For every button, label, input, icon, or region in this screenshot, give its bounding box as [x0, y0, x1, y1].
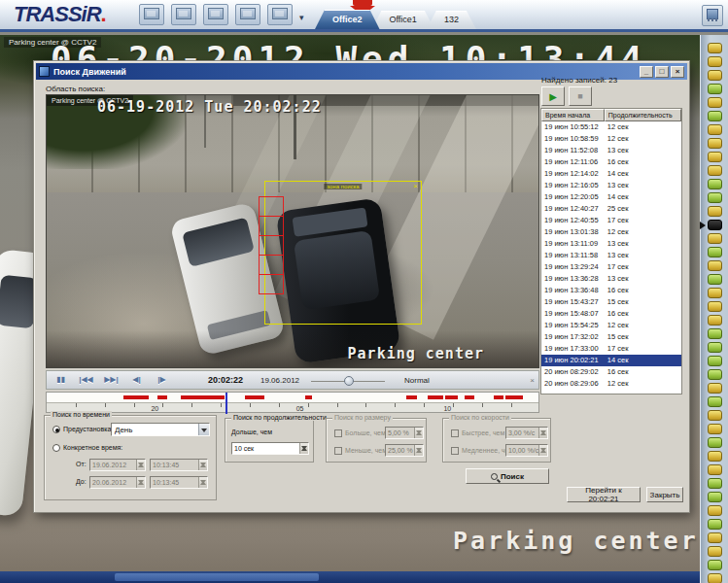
timeline-motion-segment[interactable] [305, 395, 312, 399]
camera-tile-icon[interactable] [708, 192, 722, 203]
play-result-button[interactable]: ▶ [541, 86, 565, 106]
camera-tile-icon[interactable] [708, 138, 722, 149]
camera-tile-icon[interactable] [708, 152, 722, 162]
camera-tile-icon[interactable] [708, 247, 722, 257]
table-row[interactable]: 19 июн 17:33:0017 сек [541, 343, 681, 355]
camera-tile-icon[interactable] [708, 111, 722, 121]
tab-132[interactable]: 132 [427, 11, 476, 29]
timeline-motion-segment[interactable] [428, 395, 444, 399]
table-row[interactable]: 19 июн 12:16:0513 сек [541, 180, 681, 191]
camera-tile-icon[interactable] [708, 328, 722, 339]
table-row[interactable]: 19 июн 15:43:2715 сек [541, 296, 681, 308]
combo-dropdown-icon[interactable] [198, 424, 209, 435]
camera-tile-icon[interactable] [708, 97, 722, 108]
taskbar-segment[interactable] [115, 573, 319, 581]
table-row[interactable]: 20 июн 08:29:0612 сек [541, 378, 681, 390]
timeline-motion-segment[interactable] [465, 395, 474, 399]
tab-office1[interactable]: Office1 [372, 11, 434, 29]
camera-tile-icon[interactable] [708, 315, 722, 326]
table-row[interactable]: 19 июн 13:11:5813 сек [541, 250, 681, 261]
camera-tile-icon[interactable] [708, 369, 722, 380]
stop-result-button[interactable]: ■ [569, 86, 592, 106]
camera-tile-icon[interactable] [708, 546, 722, 557]
preset-radio[interactable] [52, 426, 60, 433]
camera-tile-icon[interactable] [708, 342, 722, 353]
timeline-motion-segment[interactable] [505, 395, 523, 399]
timeline-strip[interactable] [47, 393, 538, 402]
close-dialog-button[interactable]: Закрыть [646, 487, 683, 502]
camera-tile-icon[interactable] [708, 492, 722, 502]
timeline-motion-segment[interactable] [157, 395, 167, 399]
screens-grid-icon[interactable] [139, 4, 164, 25]
jump-end-button[interactable]: ▶▶| [100, 372, 122, 388]
table-row[interactable]: 19 июн 13:36:4816 сек [541, 285, 681, 296]
camera-tile-icon[interactable] [708, 84, 722, 94]
template-settings-icon[interactable] [267, 4, 293, 25]
table-row[interactable]: 19 июн 15:48:0716 сек [541, 308, 681, 320]
minimize-button[interactable]: _ [640, 66, 653, 78]
column-start-time[interactable]: Время начала [541, 109, 605, 121]
step-back-button[interactable]: ◀| [125, 372, 148, 388]
camera-tile-icon[interactable] [708, 206, 722, 217]
table-row[interactable]: 19 июн 17:32:0215 сек [541, 331, 681, 343]
motion-grid-cells[interactable] [259, 196, 284, 293]
speed-slider[interactable] [311, 373, 385, 389]
video-preview[interactable]: зона поиска × Parking center @ CCTV2 06-… [46, 94, 539, 368]
camera-tile-icon[interactable] [708, 165, 722, 176]
timeline-motion-segment[interactable] [445, 395, 457, 399]
camera-tile-icon[interactable] [708, 437, 722, 448]
maximize-button[interactable]: □ [655, 66, 669, 78]
archive-timeline[interactable]: 200510 [46, 392, 539, 413]
timeline-motion-segment[interactable] [245, 395, 264, 399]
timeline-cursor[interactable] [225, 393, 227, 414]
speed-slider-knob[interactable] [344, 376, 354, 386]
close-window-button[interactable]: × [671, 66, 684, 78]
camera-tile-icon[interactable] [708, 56, 722, 67]
search-button[interactable]: Поиск [466, 468, 549, 484]
camera-tile-icon[interactable] [708, 532, 722, 543]
table-row[interactable]: 19 июн 11:52:0813 сек [541, 145, 681, 156]
jump-start-button[interactable]: |◀◀ [75, 372, 97, 388]
table-row[interactable]: 19 июн 12:40:2725 сек [541, 203, 681, 215]
camera-tile-icon[interactable] [708, 43, 722, 53]
dropdown-caret-icon[interactable]: ▾ [299, 7, 304, 22]
duration-field[interactable]: 10 сек [231, 442, 309, 455]
camera-tile-icon[interactable] [708, 573, 722, 583]
motion-search-zone[interactable]: зона поиска × [264, 181, 422, 325]
camera-tile-icon[interactable] [708, 274, 722, 285]
table-row[interactable]: 19 июн 12:40:5517 сек [541, 215, 681, 226]
pause-button[interactable]: ▮▮ [50, 372, 72, 388]
table-row[interactable]: 19 июн 10:55:1212 сек [541, 121, 681, 133]
step-forward-button[interactable]: |▶ [151, 372, 173, 388]
column-duration[interactable]: Продолжительность [605, 109, 681, 121]
camera-tile-icon[interactable] [708, 505, 722, 516]
camera-tile-icon[interactable] [708, 301, 722, 312]
camera-tile-icon[interactable] [708, 560, 722, 570]
archive-view-icon[interactable] [235, 4, 260, 25]
table-row[interactable]: 19 июн 12:11:0616 сек [541, 156, 681, 168]
edit-template-icon[interactable] [171, 4, 196, 25]
table-row[interactable]: 19 июн 15:54:2512 сек [541, 320, 681, 331]
camera-tile-icon[interactable] [708, 356, 722, 366]
camera-tile-icon[interactable] [708, 410, 722, 421]
layout-panel-icon[interactable] [702, 5, 723, 26]
camera-tile-icon[interactable] [708, 451, 722, 462]
camera-tile-icon[interactable] [708, 124, 722, 135]
playbar-corner-icon[interactable]: × [530, 376, 535, 385]
camera-tile-icon[interactable] [708, 424, 722, 434]
camera-tile-icon[interactable] [708, 70, 722, 81]
table-row[interactable]: 19 июн 13:36:2813 сек [541, 273, 681, 285]
camera-tile-icon[interactable] [708, 179, 722, 189]
goto-time-button[interactable]: Перейти к 20:02:21 [567, 487, 641, 502]
camera-tile-icon[interactable] [708, 396, 722, 407]
table-row[interactable]: 19 июн 10:58:5912 сек [541, 133, 681, 145]
timeline-motion-segment[interactable] [494, 395, 503, 399]
timeline-motion-segment[interactable] [123, 395, 149, 399]
table-row[interactable]: 19 июн 13:11:0913 сек [541, 238, 681, 250]
table-row[interactable]: 19 июн 13:01:3812 сек [541, 226, 681, 238]
specific-time-radio[interactable] [52, 444, 60, 452]
camera-tile-icon[interactable] [708, 220, 722, 230]
camera-tile-icon[interactable] [708, 233, 722, 244]
preset-combobox[interactable]: День [111, 423, 210, 436]
table-row[interactable]: 19 июн 12:14:0214 сек [541, 168, 681, 180]
